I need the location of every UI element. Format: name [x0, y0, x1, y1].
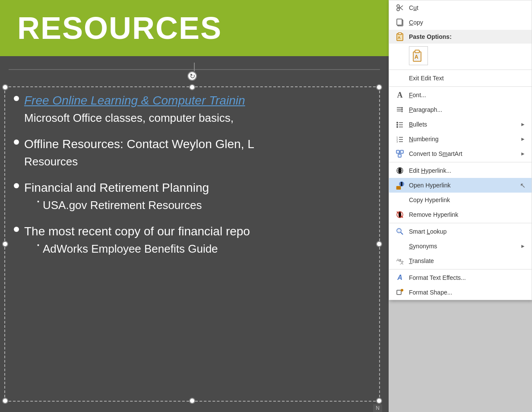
menu-item-open-hyperlink[interactable]: Open Hyperlink ↖: [389, 178, 532, 193]
menu-item-copy-hyperlink[interactable]: Copy Hyperlink: [389, 193, 532, 207]
paste-option-area: A: [389, 44, 532, 69]
bullet-dot-3: [14, 183, 19, 188]
format-shape-icon: [395, 288, 405, 297]
menu-item-copy[interactable]: Copy: [389, 15, 532, 30]
svg-point-0: [397, 8, 399, 11]
bullet-3: Financial and Retirement Planning ▪ USA.…: [14, 179, 370, 214]
handle-tr[interactable]: [376, 84, 382, 90]
separator-4: [389, 223, 532, 223]
format-text-effects-icon: A: [395, 273, 405, 282]
slide-title: RESOURCES: [17, 10, 222, 46]
slide-header: RESOURCES: [0, 0, 389, 56]
svg-line-2: [399, 6, 403, 9]
handle-bm[interactable]: [189, 398, 195, 404]
menu-copy-label: Copy: [409, 19, 526, 26]
bullet-1-text: Free Online Learning & Computer Trainin …: [24, 92, 245, 127]
bullet-2: Offline Resources: Contact Weylon Glen, …: [14, 135, 370, 170]
svg-point-53: [401, 289, 403, 292]
menu-format-shape-label: Format Shape...: [409, 289, 526, 296]
numbering-icon: 1 2 3: [395, 134, 405, 144]
menu-font-label: Font...: [409, 92, 526, 98]
menu-synonyms-label: Synonyms: [409, 243, 520, 250]
handle-mr[interactable]: [376, 241, 382, 247]
menu-numbering-label: Numbering: [409, 136, 520, 143]
svg-point-46: [397, 228, 401, 233]
svg-rect-10: [415, 50, 419, 53]
handle-tl[interactable]: [2, 84, 8, 90]
paste-option-keep-source[interactable]: A: [409, 46, 428, 65]
menu-item-synonyms[interactable]: Synonyms ►: [389, 239, 532, 254]
slide-area: RESOURCES ↻: [0, 0, 389, 412]
separator-2: [389, 86, 532, 87]
svg-rect-5: [397, 19, 402, 25]
menu-item-format-text-effects[interactable]: A Format Text Effects...: [389, 270, 532, 285]
menu-item-remove-hyperlink[interactable]: Remove Hyperlink: [389, 207, 532, 222]
menu-item-paragraph[interactable]: Paragraph...: [389, 102, 532, 117]
menu-item-smartart[interactable]: Convert to SmartArt ►: [389, 146, 532, 161]
svg-point-19: [396, 126, 398, 128]
menu-item-cut[interactable]: Cut: [389, 0, 532, 15]
text-box[interactable]: Free Online Learning & Computer Trainin …: [4, 86, 380, 402]
clipboard-icon: A: [395, 32, 405, 41]
menu-remove-hyperlink-label: Remove Hyperlink: [409, 211, 526, 218]
handle-br[interactable]: [376, 398, 382, 404]
handle-tm[interactable]: [189, 84, 195, 90]
copy-icon: [395, 18, 405, 27]
menu-open-hyperlink-label: Open Hyperlink: [409, 182, 518, 189]
menu-edit-hyperlink-label: Edit Hyperlink...: [409, 167, 526, 174]
separator-5: [389, 269, 532, 269]
handle-bl[interactable]: [2, 398, 8, 404]
synonyms-arrow: ►: [520, 243, 526, 249]
paragraph-icon: [395, 105, 405, 114]
separator-3: [389, 162, 532, 162]
svg-text:3: 3: [396, 140, 398, 143]
menu-paste-options-header: A Paste Options:: [389, 30, 532, 44]
menu-format-text-effects-label: Format Text Effects...: [409, 274, 526, 281]
content-area: Free Online Learning & Computer Trainin …: [14, 92, 370, 257]
link-text-1[interactable]: Free Online Learning & Computer Trainin: [24, 94, 245, 107]
bullet-2-sub: Resources: [24, 153, 254, 170]
handle-ml[interactable]: [2, 241, 8, 247]
rotate-handle[interactable]: ↻: [192, 63, 197, 81]
menu-item-numbering[interactable]: 1 2 3 Numbering ►: [389, 132, 532, 146]
menu-item-exit-edit[interactable]: Exit Edit Text: [389, 71, 532, 86]
synonyms-icon: [395, 241, 405, 251]
translate-icon: Aa 文: [395, 256, 405, 266]
svg-rect-29: [396, 150, 399, 153]
svg-point-1: [397, 5, 399, 7]
menu-bullets-label: Bullets: [409, 121, 520, 128]
svg-text:文: 文: [400, 260, 404, 265]
bullet-3-sub: ▪ USA.gov Retirement Resources: [24, 197, 209, 214]
menu-item-smart-lookup[interactable]: Smart Lookup: [389, 224, 532, 239]
svg-marker-16: [401, 111, 403, 112]
bullet-4-main: The most recent copy of our financial re…: [24, 222, 250, 241]
bullet-dot-2: [14, 139, 19, 145]
bullet-3-text: Financial and Retirement Planning ▪ USA.…: [24, 179, 209, 214]
smart-lookup-icon: [395, 227, 405, 236]
svg-line-3: [399, 7, 403, 10]
svg-rect-31: [398, 154, 401, 157]
scrollbar-label: N: [373, 404, 382, 412]
menu-cut-label: Cut: [409, 4, 526, 11]
svg-rect-30: [400, 150, 403, 153]
menu-item-edit-hyperlink[interactable]: Edit Hyperlink...: [389, 163, 532, 178]
slide-body: ↻ Free Online Learning & Computer Traini…: [0, 56, 389, 412]
menu-item-bullets[interactable]: Bullets ►: [389, 117, 532, 132]
scissors-icon: [395, 3, 405, 13]
menu-paste-options-label: Paste Options:: [409, 33, 452, 40]
bullet-3-main: Financial and Retirement Planning: [24, 179, 209, 197]
menu-paragraph-label: Paragraph...: [409, 106, 526, 113]
bullet-2-main: Offline Resources: Contact Weylon Glen, …: [24, 135, 254, 153]
menu-smartart-label: Convert to SmartArt: [409, 150, 520, 157]
svg-point-17: [396, 122, 398, 124]
menu-exit-edit-label: Exit Edit Text: [409, 75, 526, 82]
bullet-1: Free Online Learning & Computer Trainin …: [14, 92, 370, 127]
menu-item-format-shape[interactable]: Format Shape...: [389, 285, 532, 300]
separator-1: [389, 70, 532, 70]
bullet-dot-1: [14, 96, 19, 101]
menu-item-font[interactable]: A Font...: [389, 88, 532, 102]
menu-translate-label: Translate: [409, 257, 526, 264]
menu-item-translate[interactable]: Aa 文 Translate: [389, 254, 532, 268]
bullets-arrow: ►: [520, 121, 526, 127]
bullet-2-text: Offline Resources: Contact Weylon Glen, …: [24, 135, 254, 170]
